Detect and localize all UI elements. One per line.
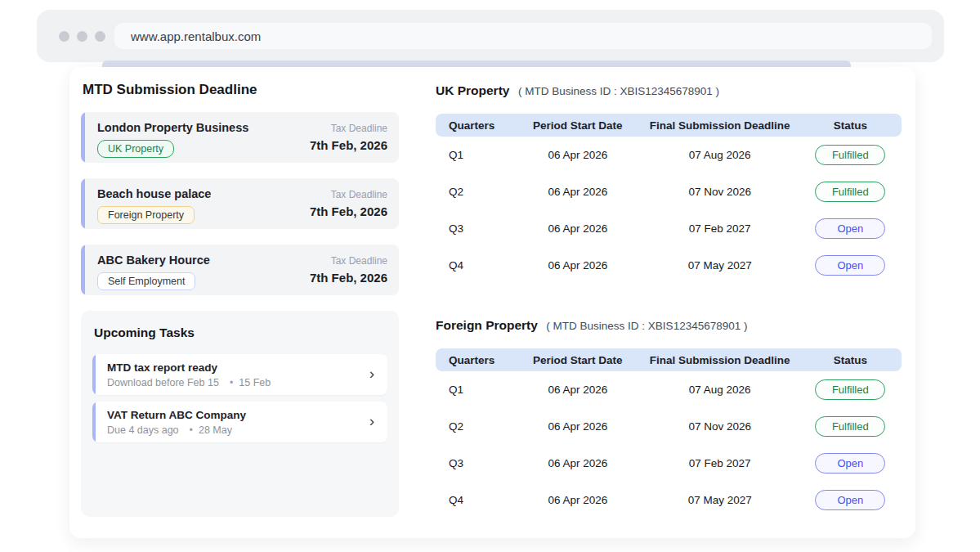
business-type-badge: Foreign Property xyxy=(97,206,195,224)
task-accent-stripe xyxy=(92,354,96,395)
tax-deadline-date: 7th Feb, 2026 xyxy=(310,204,387,218)
col-period-start: Period Start Date xyxy=(515,114,641,137)
quarter-cell: Q1 xyxy=(436,371,515,408)
table-header-row: Quarters Period Start Date Final Submiss… xyxy=(436,348,902,371)
quarter-cell: Q2 xyxy=(436,408,515,445)
status-badge: Open xyxy=(815,255,885,276)
url-text: www.app.rentalbux.com xyxy=(131,29,261,43)
deadline-card-date: Tax Deadline 7th Feb, 2026 xyxy=(310,121,387,154)
col-quarters: Quarters xyxy=(436,348,515,371)
status-badge: Fulfilled xyxy=(815,416,885,437)
main-panel: MTD Submission Deadline London Property … xyxy=(69,67,915,538)
business-type-badge: Self Employment xyxy=(97,272,195,290)
table-row: Q2 06 Apr 2026 07 Nov 2026 Fulfilled xyxy=(436,408,902,445)
window-dot-icon xyxy=(59,31,69,42)
business-name: ABC Bakery Hource xyxy=(97,254,210,267)
period-start-cell: 06 Apr 2026 xyxy=(515,408,641,445)
period-start-cell: 06 Apr 2026 xyxy=(515,173,641,210)
address-bar[interactable]: www.app.rentalbux.com xyxy=(114,23,932,49)
deadline-cell: 07 Nov 2026 xyxy=(641,173,799,210)
card-accent-stripe xyxy=(81,178,85,229)
table-row: Q1 06 Apr 2026 07 Aug 2026 Fulfilled xyxy=(436,371,902,408)
tables-column: UK Property ( MTD Business ID : XBIS1234… xyxy=(436,83,902,518)
section-title: UK Property ( MTD Business ID : XBIS1234… xyxy=(436,83,902,98)
col-period-start: Period Start Date xyxy=(515,348,641,371)
status-badge: Fulfilled xyxy=(815,379,885,400)
deadline-card[interactable]: London Property Business UK Property Tax… xyxy=(81,112,399,163)
deadline-card[interactable]: ABC Bakery Hource Self Employment Tax De… xyxy=(81,245,399,295)
section-title: Foreign Property ( MTD Business ID : XBI… xyxy=(436,318,902,333)
task-date: 15 Feb xyxy=(239,377,271,388)
deadline-card-info: London Property Business UK Property xyxy=(92,121,248,154)
business-id-label: ( MTD Business ID : XBIS12345678901 ) xyxy=(546,320,747,332)
deadline-card[interactable]: Beach house palace Foreign Property Tax … xyxy=(81,178,399,229)
status-cell: Open xyxy=(799,247,902,284)
deadline-card-date: Tax Deadline 7th Feb, 2026 xyxy=(310,187,387,220)
quarter-cell: Q1 xyxy=(436,137,515,173)
status-badge: Fulfilled xyxy=(815,145,885,165)
quarter-cell: Q3 xyxy=(436,445,515,482)
period-start-cell: 06 Apr 2026 xyxy=(515,482,641,518)
status-cell: Open xyxy=(799,445,902,482)
deadline-cell: 07 May 2027 xyxy=(641,247,799,284)
foreign-property-section: Foreign Property ( MTD Business ID : XBI… xyxy=(436,318,902,518)
bullet-separator: • xyxy=(230,377,233,388)
task-item[interactable]: MTD tax report ready Download before Feb… xyxy=(92,354,387,395)
tax-deadline-label: Tax Deadline xyxy=(310,255,387,267)
app-screenshot: www.app.rentalbux.com MTD Submission Dea… xyxy=(0,0,980,552)
task-title: MTD tax report ready xyxy=(107,361,271,374)
col-quarters: Quarters xyxy=(436,114,515,137)
task-due-text: Download before Feb 15 xyxy=(107,377,219,388)
tax-deadline-date: 7th Feb, 2026 xyxy=(310,138,387,152)
task-item[interactable]: VAT Return ABC Company Due 4 days ago•28… xyxy=(92,402,387,442)
period-start-cell: 06 Apr 2026 xyxy=(515,247,641,284)
status-cell: Open xyxy=(799,210,902,247)
card-accent-stripe xyxy=(81,112,85,163)
page-title: MTD Submission Deadline xyxy=(83,82,399,98)
period-start-cell: 06 Apr 2026 xyxy=(515,445,641,482)
status-cell: Open xyxy=(799,482,902,518)
task-list: MTD tax report ready Download before Feb… xyxy=(92,354,387,442)
table-body: Q1 06 Apr 2026 07 Aug 2026 Fulfilled Q2 … xyxy=(436,371,902,518)
section-name: Foreign Property xyxy=(436,318,538,332)
table-row: Q1 06 Apr 2026 07 Aug 2026 Fulfilled xyxy=(436,137,902,173)
deadline-column: MTD Submission Deadline London Property … xyxy=(81,82,399,517)
quarters-table: Quarters Period Start Date Final Submiss… xyxy=(436,348,902,518)
period-start-cell: 06 Apr 2026 xyxy=(515,137,641,173)
status-badge: Fulfilled xyxy=(815,182,885,202)
window-dot-icon xyxy=(77,31,87,42)
deadline-cell: 07 Aug 2026 xyxy=(641,371,799,408)
table-row: Q4 06 Apr 2026 07 May 2027 Open xyxy=(436,247,902,284)
business-name: London Property Business xyxy=(97,121,248,134)
bullet-separator: • xyxy=(190,424,193,436)
status-badge: Open xyxy=(815,453,885,473)
tax-deadline-label: Tax Deadline xyxy=(310,189,387,200)
tasks-title: Upcoming Tasks xyxy=(94,325,387,340)
quarter-cell: Q2 xyxy=(436,173,515,210)
deadline-cell: 07 May 2027 xyxy=(641,482,799,518)
quarter-cell: Q4 xyxy=(436,247,515,284)
task-date: 28 May xyxy=(199,424,232,436)
deadline-cell: 07 Feb 2027 xyxy=(641,445,799,482)
quarter-cell: Q3 xyxy=(436,210,515,247)
deadline-cell: 07 Feb 2027 xyxy=(641,210,799,247)
col-final-deadline: Final Submission Deadline xyxy=(641,114,799,137)
status-cell: Fulfilled xyxy=(799,371,902,408)
table-row: Q2 06 Apr 2026 07 Nov 2026 Fulfilled xyxy=(436,173,902,210)
table-header-row: Quarters Period Start Date Final Submiss… xyxy=(436,114,902,137)
card-accent-stripe xyxy=(81,245,85,295)
tax-deadline-date: 7th Feb, 2026 xyxy=(310,271,387,285)
chevron-right-icon[interactable]: › xyxy=(369,366,374,384)
window-controls xyxy=(59,31,105,42)
task-accent-stripe xyxy=(92,402,96,442)
chevron-right-icon[interactable]: › xyxy=(369,413,374,431)
table-row: Q3 06 Apr 2026 07 Feb 2027 Open xyxy=(436,445,902,482)
table-row: Q4 06 Apr 2026 07 May 2027 Open xyxy=(436,482,902,518)
business-name: Beach house palace xyxy=(97,187,211,200)
deadline-card-list: London Property Business UK Property Tax… xyxy=(81,112,399,295)
task-info: VAT Return ABC Company Due 4 days ago•28… xyxy=(107,409,246,436)
status-cell: Fulfilled xyxy=(799,408,902,445)
status-cell: Fulfilled xyxy=(799,173,902,210)
deadline-card-info: Beach house palace Foreign Property xyxy=(92,187,211,220)
deadline-cell: 07 Nov 2026 xyxy=(641,408,799,445)
